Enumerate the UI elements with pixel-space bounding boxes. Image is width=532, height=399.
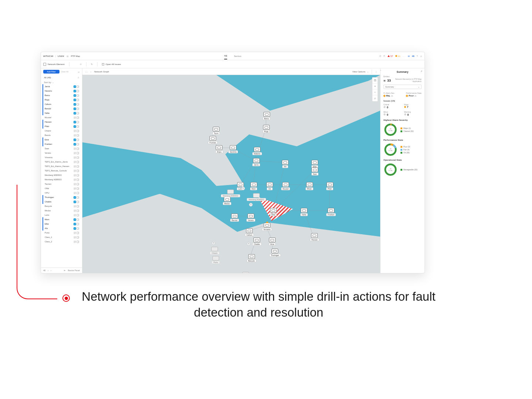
help-icon[interactable]: ? [417, 55, 418, 57]
network-node[interactable]: Thuringen [269, 249, 281, 257]
entities-label: Entities [383, 75, 389, 78]
layout-icon[interactable]: ⬚ [85, 70, 88, 73]
list-item[interactable]: Moosel✓◷ [42, 115, 81, 120]
grid9-icon[interactable]: ⊞ [408, 55, 410, 57]
network-node[interactable]: Cahors [245, 228, 254, 236]
view-toggle-icon[interactable]: ≡ [78, 76, 79, 79]
network-node[interactable]: Hessen [310, 233, 319, 241]
donut-os: 33TOTAL [383, 163, 398, 177]
network-node[interactable]: Marn [250, 182, 257, 190]
network-node[interactable]: Nahe [300, 208, 308, 216]
tab-section[interactable]: Section [234, 53, 241, 59]
list-item[interactable]: Bandol✓◷ [42, 106, 81, 111]
network-node[interactable]: Elbe [270, 208, 277, 216]
list-item[interactable]: Meinberg M2800/2✓◷ [42, 177, 81, 182]
network-node[interactable]: Rhein [306, 182, 313, 190]
network-node[interactable]: Makeria [252, 147, 262, 155]
alarm-major-chip[interactable]: 11 [395, 55, 400, 57]
network-node[interactable]: Franken [326, 208, 336, 216]
map-zoom-out-icon[interactable]: − [372, 89, 378, 95]
map-zoom-fit-icon[interactable]: ⊡ [372, 78, 378, 83]
user-icon[interactable]: ☺ [420, 55, 422, 57]
unknown-node-icon[interactable]: ? [212, 241, 215, 245]
network-node-offline[interactable]: Porto [212, 256, 220, 264]
list-item[interactable]: Etna✓◷ [42, 137, 81, 142]
unknown-node-icon[interactable]: ? [249, 203, 253, 207]
alarm-filt-clear[interactable]: ⊘ [80, 63, 82, 65]
list-item[interactable]: Nahe✓◷ [42, 111, 81, 115]
popout-icon[interactable]: ⇱ [383, 55, 385, 57]
network-node-offline[interactable]: Meinberg M3000/2 [221, 190, 240, 197]
breadcrumb[interactable]: Network Graph [94, 71, 109, 73]
app-crumb[interactable]: PTP Map [71, 55, 80, 57]
list-item[interactable]: Chianti✓◷ [42, 129, 81, 133]
list-item[interactable]: Vinsanto✓◷ [42, 155, 81, 160]
network-node[interactable]: Ahr [282, 160, 289, 168]
network-node-offline[interactable]: Chianti [210, 247, 219, 255]
app-window: HITACHI | UNEM ▦ PTP Map NE Section ⟳ ⇱ … [41, 52, 425, 273]
network-node[interactable]: Medoc [223, 197, 231, 205]
network-node-offline[interactable]: Meinberg M2800/2 [247, 193, 266, 201]
more-icon[interactable]: ⋮ [375, 70, 377, 73]
open-all-issues-button[interactable]: Open All Issues [102, 63, 121, 65]
network-node[interactable]: Chablis [252, 238, 262, 246]
refresh-icon[interactable]: ↻ [91, 63, 93, 65]
list-item[interactable]: TEP2_Ext_Alarms_Jarvis✓◷ [42, 160, 81, 164]
summary-panel: › Summary Entities ▦ 33 Network Element(… [380, 68, 424, 273]
network-node[interactable]: Ain [266, 182, 273, 190]
map-search-icon[interactable]: ⌕ [372, 95, 378, 101]
add-filter-button[interactable]: Add Filter [43, 70, 59, 74]
list-item[interactable]: Meinberg M3000/2✓◷ [42, 173, 81, 177]
network-node[interactable]: Elbe [311, 160, 318, 168]
view-options-dropdown[interactable]: View Options [352, 71, 365, 73]
network-node[interactable]: Anjou [215, 145, 223, 153]
popout-icon[interactable]: ↗ [420, 70, 422, 72]
ne-tab[interactable]: Network Element [43, 63, 65, 66]
clear-all-button[interactable]: Clear All [61, 71, 68, 73]
unknown-node-icon[interactable]: ? [241, 187, 245, 190]
network-node[interactable]: Fronsac [208, 136, 218, 144]
list-item[interactable]: Franken✓◷ [42, 142, 81, 146]
network-node[interactable]: Moosel [281, 182, 290, 190]
resize-drag-icon[interactable]: ⇤ [64, 269, 66, 272]
list-item[interactable]: Barco✓◷ [42, 93, 81, 98]
major-count: 7 [404, 106, 422, 108]
network-node[interactable]: Sardinia [228, 145, 238, 153]
network-map[interactable]: ⊡ + − ⌕ BarcoRiojaToursFronsacAnjouSardi… [82, 75, 380, 273]
network-node[interactable]: Vinsanto [262, 223, 272, 231]
network-node[interactable]: Veneto [246, 214, 255, 222]
network-node[interactable]: Rioja [263, 125, 270, 133]
list-item[interactable]: Pfalz✓◷ [42, 124, 81, 129]
network-node[interactable]: Jarvis [252, 158, 260, 166]
network-node-offline[interactable]: Meinberg/M000 [238, 272, 254, 273]
list-item[interactable]: Hessen✓◷ [42, 120, 81, 124]
sync-icon[interactable]: ⟳ [379, 55, 381, 57]
map-zoom-in-icon[interactable]: + [372, 83, 378, 89]
network-node[interactable]: Barco [263, 112, 270, 120]
list-item[interactable]: Barolo✓◷ [42, 133, 81, 137]
list-item[interactable]: TEP2_Remote_Controls✓◷ [42, 168, 81, 173]
list-item[interactable]: Cahors✓◷ [42, 102, 81, 106]
donut-has: 33TOTAL [383, 123, 398, 137]
network-node[interactable]: Pfalz [326, 182, 333, 190]
list-item[interactable]: TEP2_Ext_Alarms_Hessen✓◷ [42, 164, 81, 168]
list-item[interactable]: Veneto✓◷ [42, 151, 81, 155]
list-item[interactable]: Navarro✓◷ [42, 89, 81, 93]
network-node[interactable]: Bandol [230, 214, 239, 222]
summary-view-select[interactable]: Summary⌄ [383, 85, 422, 89]
list-item[interactable]: Saar✓◷ [42, 146, 81, 151]
alarm-critical-chip[interactable]: 57 [388, 55, 393, 57]
network-node[interactable]: Saar [311, 167, 318, 175]
list-item[interactable]: Jarvis✓◷ [42, 84, 81, 89]
network-node[interactable]: Tours [212, 127, 220, 135]
list-item[interactable]: Rioja✓◷ [42, 98, 81, 102]
search-icon[interactable]: ⌕ [78, 70, 80, 74]
sort-dropdown[interactable]: ⌄ [52, 81, 54, 83]
collapse-icon[interactable]: › [380, 69, 381, 72]
network-node[interactable]: Etna [269, 238, 276, 246]
unknown-node-icon[interactable]: ? [247, 242, 250, 246]
tab-ne[interactable]: NE [224, 53, 227, 59]
all-count[interactable]: All (48) [44, 76, 51, 79]
perf-state-value: Poor(3) [406, 95, 422, 97]
network-node[interactable]: Banyuls [247, 254, 256, 262]
